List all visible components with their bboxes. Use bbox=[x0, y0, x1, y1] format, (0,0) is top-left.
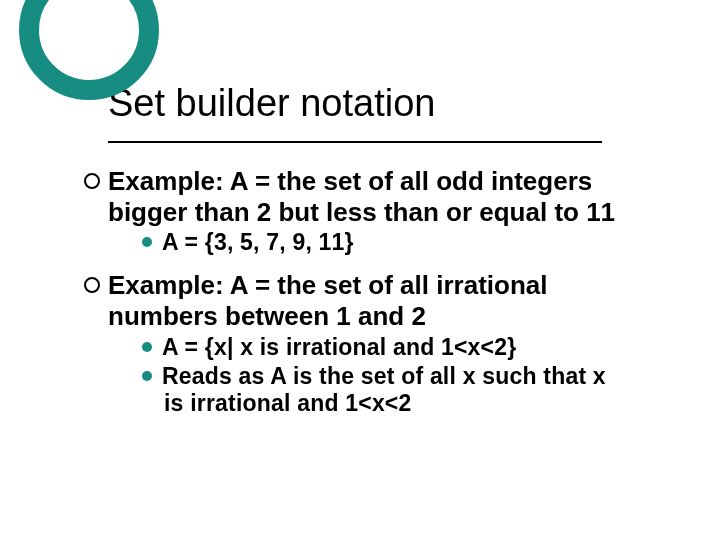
bullet-text: Example: A = the set of all odd integers… bbox=[108, 166, 615, 227]
bullet-text: Reads as A is the set of all x such that… bbox=[162, 363, 606, 416]
circle-bullet-icon bbox=[84, 277, 100, 293]
bullet-text: Example: A = the set of all irrational n… bbox=[108, 270, 547, 331]
bullet-level1: Example: A = the set of all odd integers… bbox=[108, 166, 616, 227]
bullet-text: A = {x| x is irrational and 1<x<2} bbox=[162, 334, 516, 360]
bullet-level1: Example: A = the set of all irrational n… bbox=[108, 270, 616, 331]
title-underline bbox=[108, 141, 602, 143]
dot-bullet-icon bbox=[142, 237, 152, 247]
bullet-level2: Reads as A is the set of all x such that… bbox=[164, 363, 616, 417]
bullet-level2: A = {3, 5, 7, 9, 11} bbox=[164, 229, 616, 256]
dot-bullet-icon bbox=[142, 342, 152, 352]
dot-bullet-icon bbox=[142, 371, 152, 381]
bullet-level2: A = {x| x is irrational and 1<x<2} bbox=[164, 334, 616, 361]
slide-body: Example: A = the set of all odd integers… bbox=[108, 166, 616, 431]
circle-bullet-icon bbox=[84, 173, 100, 189]
bullet-text: A = {3, 5, 7, 9, 11} bbox=[162, 229, 354, 255]
slide-title: Set builder notation bbox=[108, 82, 720, 125]
